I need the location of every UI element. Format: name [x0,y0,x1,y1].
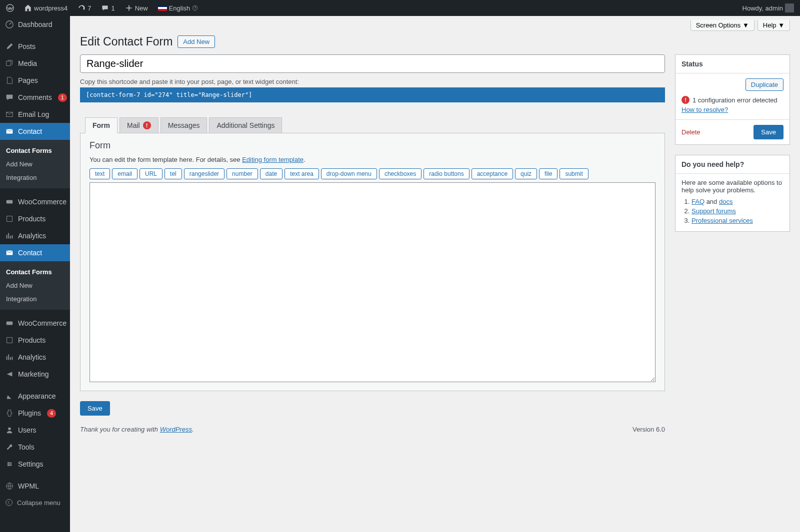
tag-file[interactable]: file [539,168,558,179]
howdy-account[interactable]: Howdy, admin [740,3,796,12]
wp-logo[interactable] [4,4,16,12]
tab-messages[interactable]: Messages [160,117,208,133]
avatar-icon [785,3,794,12]
form-panel-heading: Form [90,140,656,151]
comments-badge: 1 [58,93,67,102]
tag-rangeslider[interactable]: rangeslider [184,168,224,179]
add-new-button[interactable]: Add New [178,35,215,48]
config-error: !1 configuration error detected [676,96,790,106]
posts-icon [5,42,14,51]
submenu-add-new[interactable]: Add New [0,157,70,171]
tag-dropdown[interactable]: drop-down menu [321,168,377,179]
submenu-add-new-2[interactable]: Add New [0,279,70,292]
help-button[interactable]: Help ▼ [758,20,790,31]
tag-url[interactable]: URL [140,168,162,179]
forums-link[interactable]: Support forums [692,207,736,215]
submenu-integration-2[interactable]: Integration [0,292,70,306]
tab-mail[interactable]: Mail! [120,117,158,133]
menu-tools[interactable]: Tools [0,439,70,456]
media-icon [5,59,14,68]
help-box-title: Do you need help? [676,155,790,174]
updates[interactable]: 7 [76,4,93,12]
tag-date[interactable]: date [260,168,282,179]
menu-plugins[interactable]: Plugins4 [0,405,70,422]
duplicate-button[interactable]: Duplicate [746,78,784,91]
tag-quiz[interactable]: quiz [515,168,537,179]
menu-comments[interactable]: Comments1 [0,89,70,106]
help-faq-item: FAQ and docs [692,198,784,205]
wordpress-link[interactable]: WordPress [160,426,192,433]
submenu-contact: Contact Forms Add New Integration [0,140,70,188]
status-box: Status Duplicate !1 configuration error … [675,54,790,145]
form-panel-desc: You can edit the form template here. For… [90,156,656,163]
delete-link[interactable]: Delete [682,128,700,136]
analytics-icon [5,353,14,362]
form-template-textarea[interactable] [90,182,656,382]
menu-wpml[interactable]: WPML [0,478,70,495]
tag-tel[interactable]: tel [164,168,182,179]
svg-point-11 [8,428,10,430]
tag-checkboxes[interactable]: checkboxes [379,168,422,179]
collapse-menu[interactable]: Collapse menu [0,495,70,511]
menu-woocommerce-2[interactable]: WooCommerce [0,315,70,332]
menu-woocommerce[interactable]: WooCommerce [0,193,70,210]
tag-generator-row: text email URL tel rangeslider number da… [90,168,656,179]
tag-text[interactable]: text [90,168,110,179]
menu-analytics-2[interactable]: Analytics [0,349,70,366]
editing-form-template-link[interactable]: Editing form template [242,156,304,163]
form-title-input[interactable] [80,54,665,73]
svg-point-16 [6,500,12,506]
new-content[interactable]: New [123,4,150,12]
users-icon [5,426,14,435]
screen-options-button[interactable]: Screen Options ▼ [690,20,754,31]
save-button-side[interactable]: Save [754,125,784,139]
tag-email[interactable]: email [112,168,138,179]
language-switcher[interactable]: English? [156,4,200,12]
menu-analytics[interactable]: Analytics [0,227,70,244]
tag-acceptance[interactable]: acceptance [472,168,513,179]
docs-link[interactable]: docs [719,198,732,205]
main-content: Screen Options ▼ Help ▼ Edit Contact For… [70,16,800,532]
contact-icon [5,248,14,257]
settings-icon [5,460,14,469]
menu-pages[interactable]: Pages [0,72,70,89]
tab-additional-settings[interactable]: Additional Settings [209,117,282,133]
save-button-bottom[interactable]: Save [80,401,110,416]
svg-rect-6 [6,200,13,203]
comments-count[interactable]: 1 [99,4,116,12]
menu-media[interactable]: Media [0,55,70,72]
menu-contact[interactable]: Contact [0,123,70,140]
menu-dashboard[interactable]: Dashboard [0,16,70,33]
shortcode-box[interactable]: [contact-form-7 id="274" title="Range-sl… [80,87,665,102]
tag-textarea[interactable]: text area [284,168,319,179]
comments-icon [5,93,14,102]
menu-products-2[interactable]: Products [0,332,70,349]
pages-icon [5,76,14,85]
submenu-integration[interactable]: Integration [0,171,70,184]
menu-products[interactable]: Products [0,210,70,227]
menu-settings[interactable]: Settings [0,456,70,473]
tab-form[interactable]: Form [85,117,118,133]
menu-contact-2[interactable]: Contact [0,244,70,261]
menu-users[interactable]: Users [0,422,70,439]
submenu-contact-forms-2[interactable]: Contact Forms [0,265,70,279]
error-badge-icon: ! [143,121,151,129]
site-name[interactable]: wordpress4 [22,4,70,12]
menu-email-log[interactable]: Email Log [0,106,70,123]
resolve-link[interactable]: How to resolve? [676,106,790,119]
menu-posts[interactable]: Posts [0,38,70,55]
plugins-icon [5,409,14,418]
tag-submit[interactable]: submit [560,168,588,179]
submenu-contact-forms[interactable]: Contact Forms [0,144,70,157]
shortcode-label: Copy this shortcode and paste it into yo… [80,78,665,85]
tag-number[interactable]: number [226,168,258,179]
menu-appearance[interactable]: Appearance [0,388,70,405]
analytics-icon [5,231,14,240]
menu-marketing[interactable]: Marketing [0,366,70,383]
footer-thankyou: Thank you for creating with WordPress. [80,426,194,433]
email-icon [5,110,14,119]
contact-icon [5,127,14,136]
faq-link[interactable]: FAQ [692,198,704,205]
pro-services-link[interactable]: Professional services [692,217,753,224]
tag-radio[interactable]: radio buttons [424,168,469,179]
